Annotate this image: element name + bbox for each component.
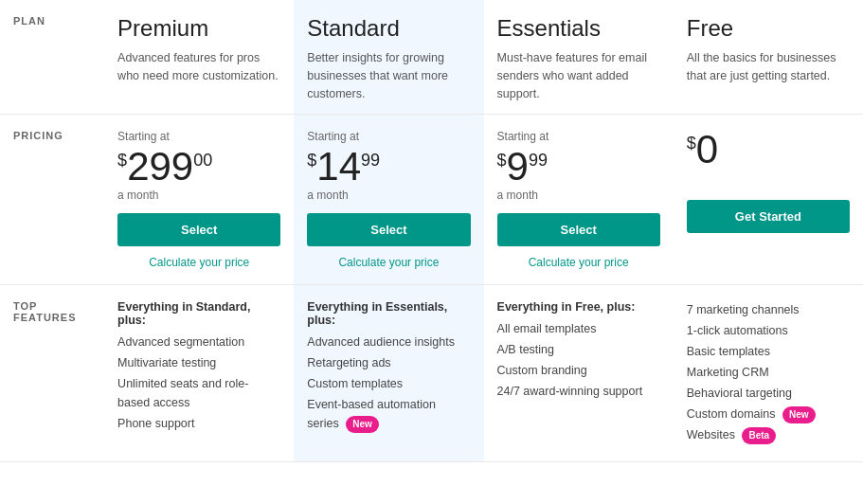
price-cents-premium: 00 <box>193 151 212 171</box>
calc-link-standard[interactable]: Calculate your price <box>307 256 470 269</box>
pricing-col-standard: Starting at $ 14 99 a month Select Calcu… <box>294 115 483 285</box>
list-item: 24/7 award-winning support <box>497 382 660 401</box>
new-badge-free-custom-domains: New <box>782 406 816 423</box>
currency-essentials: $ <box>497 151 507 171</box>
pricing-row: PRICING Starting at $ 299 00 a month Sel… <box>0 115 863 285</box>
starting-at-premium: Starting at <box>117 130 280 143</box>
price-display-free: $ 0 <box>687 130 850 170</box>
calc-link-essentials[interactable]: Calculate your price <box>497 256 660 269</box>
features-list-free: 7 marketing channels 1-click automations… <box>687 300 850 444</box>
list-item: Advanced segmentation <box>117 333 280 351</box>
plan-name-essentials: Essentials <box>497 15 660 42</box>
list-item: Behavioral targeting <box>687 384 850 403</box>
list-item: Custom branding <box>497 361 660 380</box>
list-item: Multivariate testing <box>117 353 280 372</box>
pricing-label: PRICING <box>0 115 104 285</box>
pricing-col-premium: Starting at $ 299 00 a month Select Calc… <box>104 115 294 285</box>
new-badge-standard: New <box>346 416 379 433</box>
get-started-button-free[interactable]: Get Started <box>687 200 850 233</box>
price-main-essentials: 9 <box>507 147 529 187</box>
features-list-essentials: All email templates A/B testing Custom b… <box>497 319 660 401</box>
list-item: Custom domains New <box>687 405 850 423</box>
pricing-col-essentials: Starting at $ 9 99 a month Select Calcul… <box>484 115 674 285</box>
plan-col-free: Free All the basics for businesses that … <box>674 0 863 115</box>
list-item: Websites Beta <box>687 425 850 444</box>
currency-standard: $ <box>307 151 316 171</box>
price-display-premium: $ 299 00 <box>117 147 280 187</box>
list-item: 1-click automations <box>687 321 850 340</box>
features-intro-standard: Everything in Essentials, plus: <box>307 300 470 327</box>
list-item: Basic templates <box>687 342 850 361</box>
list-item: Phone support <box>117 414 280 433</box>
features-list-premium: Advanced segmentation Multivariate testi… <box>117 333 280 433</box>
features-intro-essentials: Everything in Free, plus: <box>497 300 660 314</box>
features-intro-premium: Everything in Standard, plus: <box>117 300 280 327</box>
list-item: Event-based automation series New <box>307 395 470 433</box>
features-col-premium: Everything in Standard, plus: Advanced s… <box>104 285 294 462</box>
plan-col-premium: Premium Advanced features for pros who n… <box>104 0 294 115</box>
select-button-premium[interactable]: Select <box>117 213 280 246</box>
currency-premium: $ <box>117 151 127 171</box>
plan-header-row: PLAN Premium Advanced features for pros … <box>0 0 863 115</box>
features-col-essentials: Everything in Free, plus: All email temp… <box>484 285 674 462</box>
beta-badge-free-websites: Beta <box>742 427 776 444</box>
per-month-premium: a month <box>117 189 280 202</box>
per-month-standard: a month <box>307 189 470 202</box>
price-main-premium: 299 <box>127 147 193 187</box>
plan-name-premium: Premium <box>117 15 280 42</box>
pricing-table: PLAN Premium Advanced features for pros … <box>0 0 863 462</box>
price-main-standard: 14 <box>316 147 361 187</box>
features-col-free: 7 marketing channels 1-click automations… <box>674 285 863 462</box>
price-display-standard: $ 14 99 <box>307 147 470 187</box>
pricing-col-free: $ 0 Get Started <box>674 115 863 285</box>
plan-name-free: Free <box>687 15 850 42</box>
plan-desc-free: All the basics for businesses that are j… <box>687 49 850 85</box>
currency-free: $ <box>687 134 696 153</box>
list-item: Advanced audience insights <box>307 333 470 351</box>
select-button-standard[interactable]: Select <box>307 213 470 246</box>
starting-at-standard: Starting at <box>307 130 470 143</box>
list-item: A/B testing <box>497 340 660 359</box>
list-item: Unlimited seats and role-based access <box>117 374 280 412</box>
plan-desc-standard: Better insights for growing businesses t… <box>307 49 470 102</box>
calc-link-premium[interactable]: Calculate your price <box>117 256 280 269</box>
pricing-table-container: PLAN Premium Advanced features for pros … <box>0 0 863 504</box>
price-display-essentials: $ 9 99 <box>497 147 660 187</box>
features-col-standard: Everything in Essentials, plus: Advanced… <box>294 285 483 462</box>
list-item: All email templates <box>497 319 660 338</box>
plan-desc-premium: Advanced features for pros who need more… <box>117 49 280 85</box>
plan-desc-essentials: Must-have features for email senders who… <box>497 49 660 102</box>
plan-label: PLAN <box>0 0 104 115</box>
plan-col-standard: Standard Better insights for growing bus… <box>294 0 483 115</box>
per-month-essentials: a month <box>497 189 660 202</box>
price-cents-standard: 99 <box>361 151 380 171</box>
price-main-free: 0 <box>696 130 718 170</box>
plan-col-essentials: Essentials Must-have features for email … <box>484 0 674 115</box>
price-cents-essentials: 99 <box>529 151 548 171</box>
plan-name-standard: Standard <box>307 15 470 42</box>
features-row: TOP FEATURES Everything in Standard, plu… <box>0 285 863 462</box>
list-item: Custom templates <box>307 374 470 393</box>
starting-at-essentials: Starting at <box>497 130 660 143</box>
features-list-standard: Advanced audience insights Retargeting a… <box>307 333 470 433</box>
list-item: 7 marketing channels <box>687 300 850 319</box>
list-item: Marketing CRM <box>687 363 850 382</box>
list-item: Retargeting ads <box>307 353 470 372</box>
features-label: TOP FEATURES <box>0 285 104 462</box>
select-button-essentials[interactable]: Select <box>497 213 660 246</box>
